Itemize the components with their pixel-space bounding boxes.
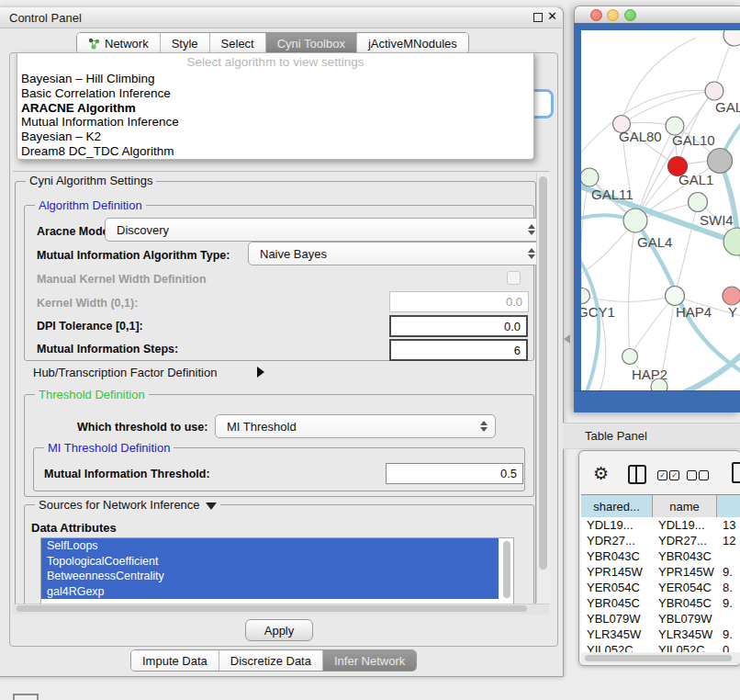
minimize-traffic-light[interactable]	[607, 9, 619, 21]
sources-group-title[interactable]: Sources for Network Inference	[35, 498, 220, 512]
table-cell: 9.	[717, 595, 740, 611]
algorithm-option[interactable]: Basic Correlation Inference	[17, 86, 533, 101]
tab-style[interactable]: Style	[161, 33, 210, 53]
mi-threshold-label: Mutual Information Threshold:	[44, 468, 210, 480]
select-all-checkbox-icon[interactable]: ✓	[669, 470, 679, 480]
mi-threshold-field[interactable]: 0.5	[386, 463, 523, 484]
network-node-gcy1[interactable]	[581, 288, 590, 304]
node-label: GAL10	[672, 132, 715, 148]
table-body: YDL19...YDL19...13YDR27...YDR27...12YBR0…	[581, 517, 740, 652]
columns-icon[interactable]	[628, 465, 646, 484]
which-threshold-combobox[interactable]: MI Threshold	[215, 414, 496, 438]
table-cell: YDL19...	[653, 517, 717, 533]
mi-steps-label: Mutual Information Steps:	[37, 343, 178, 356]
column-header-name[interactable]: name	[653, 495, 717, 518]
table-cell: YBR043C	[581, 548, 653, 564]
data-attribute-option[interactable]: BetweennessCentrality	[41, 569, 499, 584]
column-header-partial[interactable]	[717, 495, 740, 518]
gear-icon[interactable]: ⚙	[593, 463, 609, 483]
table-row[interactable]: YPR145WYPR145W9.	[581, 564, 740, 580]
table-row[interactable]: YLR345WYLR345W9.	[581, 627, 740, 642]
mi-threshold-group-title: MI Threshold Definition	[44, 441, 174, 455]
deselect-all-checkbox-icon[interactable]	[687, 470, 697, 480]
table-cell: 13	[717, 517, 740, 533]
algorithm-definition-title: Algorithm Definition	[35, 198, 146, 212]
tab-select[interactable]: Select	[210, 33, 266, 53]
dpi-tolerance-field[interactable]: 0.0	[389, 315, 528, 337]
minimized-panel-icon[interactable]	[13, 694, 39, 700]
network-node-swi4[interactable]	[723, 228, 740, 255]
node-label: GAL80	[619, 129, 662, 144]
algorithm-option[interactable]: ARACNE Algorithm	[17, 101, 533, 116]
algorithm-option[interactable]: Bayesian – Hill Climbing	[17, 72, 533, 86]
settings-hscrollbar-thumb[interactable]	[17, 605, 527, 612]
data-attribute-option[interactable]: TopologicalCoefficient	[41, 554, 499, 570]
settings-vscrollbar-thumb[interactable]	[539, 176, 547, 570]
sources-title-text: Sources for Network Inference	[39, 498, 200, 512]
cyni-algorithm-settings-title: Cyni Algorithm Settings	[26, 174, 156, 187]
table-row[interactable]: YDL19...YDL19...13	[581, 517, 740, 533]
deselect-all-checkbox-icon[interactable]	[699, 470, 709, 480]
network-node-y[interactable]	[723, 287, 740, 305]
network-node[interactable]	[651, 378, 667, 390]
algorithm-option[interactable]: Dream8 DC_TDC Algorithm	[17, 144, 533, 159]
apply-button[interactable]: Apply	[245, 619, 313, 641]
kernel-width-field[interactable]: 0.0	[389, 291, 529, 312]
network-canvas[interactable]: GALGAL80GAL10GAL1GAL11SWI4GAL4GCY1HAP4YH…	[581, 30, 740, 390]
mi-type-combobox[interactable]: Naive Bayes	[248, 242, 544, 265]
expand-arrow-icon[interactable]	[257, 367, 264, 378]
algorithm-option[interactable]: Bayesian – K2	[17, 130, 533, 144]
table-cell: YLR345W	[653, 627, 717, 642]
table-hscrollbar-thumb[interactable]	[585, 655, 732, 661]
table-row[interactable]: YBL079WYBL079W	[581, 611, 740, 627]
tab-infer-network[interactable]: Infer Network	[323, 650, 416, 671]
close-traffic-light[interactable]	[590, 9, 602, 21]
data-attribute-option[interactable]: gal4RGexp	[41, 584, 499, 600]
table-row[interactable]: YBR043CYBR043C	[581, 548, 740, 564]
network-node-gal1[interactable]	[689, 193, 708, 212]
aracne-mode-combobox[interactable]: Discovery	[105, 218, 544, 242]
tab-cyni-toolbox[interactable]: Cyni Toolbox	[266, 33, 357, 53]
tab-jactivemnodules[interactable]: jActiveMNodules	[357, 33, 468, 53]
column-header-shared[interactable]: shared...	[581, 495, 653, 518]
manual-kernel-checkbox[interactable]	[507, 271, 521, 285]
network-node-gal4[interactable]	[623, 209, 647, 232]
table-row[interactable]: YDR27...YDR27...12	[581, 533, 740, 548]
table-cell: 12	[717, 533, 740, 548]
list-scrollbar-thumb[interactable]	[503, 541, 510, 598]
network-node-hap2[interactable]	[622, 349, 638, 365]
network-node[interactable]	[708, 149, 733, 174]
network-node-gal11[interactable]	[581, 168, 599, 186]
tab-discretize-data[interactable]: Discretize Data	[219, 650, 323, 671]
table-panel-title: Table Panel	[585, 429, 647, 443]
zoom-traffic-light[interactable]	[624, 9, 636, 21]
network-node-gal[interactable]	[705, 82, 723, 100]
mi-steps-field[interactable]: 6	[389, 339, 528, 361]
stepper-icon	[528, 224, 534, 235]
algorithm-option[interactable]: Mutual Information Inference	[17, 115, 533, 130]
tab-impute-data[interactable]: Impute Data	[131, 650, 219, 671]
document-icon[interactable]	[732, 462, 740, 483]
table-row[interactable]: YIL052CYIL052C0.	[581, 642, 740, 652]
tab-network[interactable]: Network	[77, 33, 161, 53]
control-panel-tabbar: Network Style Select Cyni Toolbox jActiv…	[76, 32, 469, 54]
network-edge	[581, 90, 714, 159]
table-cell: 8.	[717, 580, 740, 595]
network-node[interactable]	[723, 30, 740, 46]
hub-definition-label[interactable]: Hub/Transcription Factor Definition	[33, 366, 217, 379]
close-icon[interactable]: ✕	[547, 10, 559, 23]
select-all-checkbox-icon[interactable]: ✓	[657, 470, 667, 480]
data-attribute-option[interactable]: SelfLoops	[41, 538, 499, 554]
table-cell: YBL079W	[653, 611, 717, 627]
splitter-collapse-icon[interactable]	[564, 334, 570, 344]
network-icon	[88, 38, 100, 50]
table-row[interactable]: YBR045CYBR045C9.	[581, 595, 740, 611]
settings-scroll-panel: Cyni Algorithm Settings Algorithm Defini…	[13, 171, 549, 615]
network-frame-bottom	[574, 390, 740, 412]
table-cell: YDL19...	[581, 517, 653, 533]
tab-discretize-data-label: Discretize Data	[230, 654, 311, 668]
algorithm-dropdown-popup: Select algorithm to view settings Bayesi…	[17, 52, 534, 160]
table-row[interactable]: YER054CYER054C8.	[581, 580, 740, 595]
float-window-icon[interactable]	[533, 13, 543, 22]
network-node-hap4[interactable]	[666, 287, 685, 306]
